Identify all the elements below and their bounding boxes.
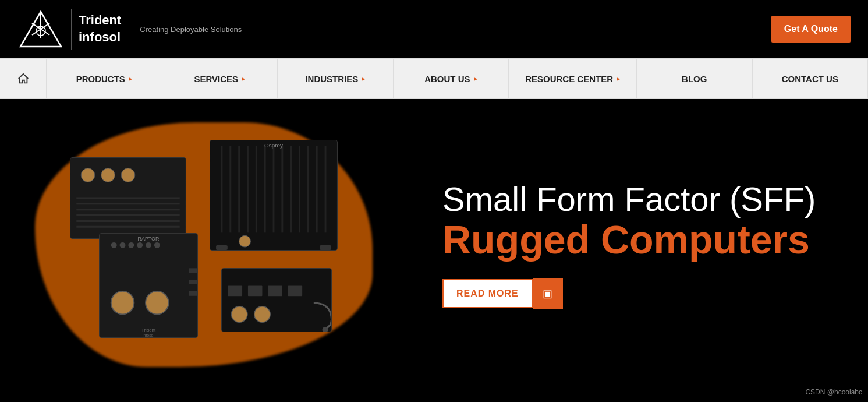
svg-text:infosol: infosol [143,333,154,337]
svg-point-36 [120,242,126,248]
nav-item-contact[interactable]: CONTACT US [753,59,868,98]
hero-title: Small Form Factor (SFF) Rugged Computers [442,181,833,262]
svg-text:RAPTOR: RAPTOR [138,236,160,242]
svg-point-30 [239,235,251,247]
computer-box-3: RAPTOR Trident infosol [99,233,198,338]
svg-rect-46 [189,268,197,273]
computer-box-2: Osprey [210,140,338,251]
svg-rect-53 [288,285,303,296]
computer-box-1: FALCON II [70,157,186,239]
svg-point-15 [121,168,135,182]
nav-home-button[interactable] [0,59,47,98]
nav-item-about[interactable]: ABOUT US ▸ [394,59,509,98]
svg-text:Trident: Trident [141,327,156,333]
svg-point-54 [231,306,247,322]
svg-point-41 [111,291,134,315]
nav-item-resource-center[interactable]: RESOURCE CENTER ▸ [509,59,637,98]
svg-rect-34 [100,234,197,337]
svg-text:Osprey: Osprey [264,142,283,149]
nav-item-blog[interactable]: BLOG [637,59,753,98]
read-more-button[interactable]: READ MORE ▣ [442,278,563,309]
svg-point-38 [137,242,143,248]
hero-image-area: FALCON II [0,99,408,390]
logo-divider [71,9,72,50]
svg-point-42 [146,291,169,315]
svg-rect-33 [320,245,331,250]
read-more-label[interactable]: READ MORE [442,279,533,308]
computer-box-4 [221,268,332,332]
home-icon [17,72,30,85]
hero-text-area: Small Form Factor (SFF) Rugged Computers… [408,157,868,333]
industries-arrow-icon: ▸ [362,75,365,83]
svg-point-55 [254,306,270,322]
svg-point-35 [111,242,117,248]
about-arrow-icon: ▸ [474,75,477,83]
logo-area[interactable]: Trident infosol Creating Deployable Solu… [17,9,242,50]
services-arrow-icon: ▸ [242,75,245,83]
svg-rect-52 [268,285,282,296]
tagline: Creating Deployable Solutions [140,25,242,34]
main-nav: PRODUCTS ▸ SERVICES ▸ INDUSTRIES ▸ ABOUT… [0,58,868,99]
read-more-icon[interactable]: ▣ [533,278,563,309]
svg-point-37 [128,242,134,248]
svg-rect-50 [228,285,243,296]
logo-text: Trident infosol [79,12,121,45]
nav-item-products[interactable]: PRODUCTS ▸ [47,59,162,98]
products-arrow-icon: ▸ [129,75,132,83]
svg-rect-51 [248,285,263,296]
site-header: Trident infosol Creating Deployable Solu… [0,0,868,58]
watermark: CSDN @hcoolabc [805,388,862,390]
hero-section: FALCON II [0,99,868,390]
get-quote-button[interactable]: Get A Quote [771,16,851,43]
svg-rect-48 [189,291,197,296]
svg-rect-32 [216,245,228,250]
svg-point-40 [154,242,160,248]
nav-item-industries[interactable]: INDUSTRIES ▸ [278,59,394,98]
resource-arrow-icon: ▸ [617,75,620,83]
logo-icon [17,9,64,50]
computers-image: FALCON II [35,122,373,367]
nav-item-services[interactable]: SERVICES ▸ [162,59,278,98]
svg-point-14 [101,168,115,182]
svg-point-13 [81,168,95,182]
svg-point-39 [146,242,151,248]
header-left: Trident infosol Creating Deployable Solu… [17,9,242,50]
hero-title-white: Small Form Factor (SFF) [442,181,833,218]
hero-title-orange: Rugged Computers [442,218,833,262]
svg-rect-47 [189,280,197,284]
